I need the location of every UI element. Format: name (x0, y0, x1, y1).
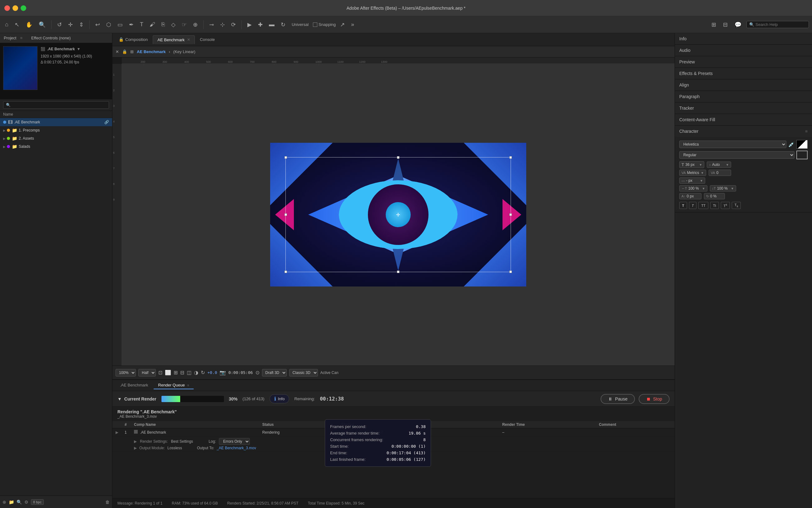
tab-console[interactable]: Console (195, 35, 219, 44)
text-tool[interactable]: T (138, 20, 145, 29)
add-marker[interactable]: ✚ (256, 20, 265, 29)
tree-item-benchmark[interactable]: 🎞 .AE Benchmark 🔗 (0, 118, 112, 126)
settings-icon[interactable]: ⚙ (25, 500, 29, 505)
scale-tool[interactable]: ⇕ (77, 20, 86, 29)
section-align-header[interactable]: Align (675, 79, 812, 91)
section-character-header[interactable]: Character ≡ (675, 126, 812, 137)
section-preview-header[interactable]: Preview (675, 56, 812, 68)
pause-button[interactable]: ⏸ Pause (600, 394, 635, 404)
bold-btn[interactable]: T (679, 202, 687, 209)
zoom-select[interactable]: 100% (116, 369, 136, 377)
brush-tool[interactable]: 🖌 (148, 20, 157, 29)
close-button[interactable] (4, 5, 10, 11)
maximize-button[interactable] (20, 5, 26, 11)
tracking-input[interactable]: VA 0 (709, 170, 731, 176)
snapshot-btn[interactable]: 📷 (220, 370, 226, 376)
comp-nav-grid[interactable]: ⊞ (130, 49, 134, 54)
section-content-aware-header[interactable]: Content-Aware Fill (675, 114, 812, 125)
scale-v-input[interactable]: ↕T 100 % ▼ (710, 185, 736, 192)
close-tab-icon[interactable]: ✕ (187, 38, 190, 42)
folder-icon[interactable]: 📁 (9, 500, 14, 505)
tab-ae-benchmark[interactable]: AE Benchmark ✕ (153, 35, 195, 44)
all-caps-btn[interactable]: TT (698, 202, 708, 209)
tree-item-assets[interactable]: ▶ 📁 2. Assets (0, 134, 112, 142)
magnifier-tool[interactable]: 🔍 (37, 20, 47, 29)
arrow-tool[interactable]: ↖ (13, 20, 21, 29)
pen-tool[interactable]: ✒ (127, 20, 136, 29)
puppet-tool[interactable]: ☞ (180, 20, 189, 29)
hand-tool[interactable]: ✋ (24, 20, 34, 29)
info-popup-btn[interactable]: ℹ Info (270, 394, 289, 403)
rect-tool[interactable]: ▭ (116, 20, 125, 29)
search-bottom-icon[interactable]: 🔍 (16, 500, 22, 505)
kerning-input[interactable]: VA Metrics ▼ (679, 170, 706, 176)
rotate-tool[interactable]: ↺ (55, 20, 64, 29)
leading-input[interactable]: ↕ Auto ▼ (707, 162, 731, 168)
rs-expand[interactable]: ▶ (134, 439, 137, 443)
italic-btn[interactable]: T (689, 202, 697, 209)
minimize-button[interactable] (12, 5, 18, 11)
collapse-icon[interactable]: ▼ (118, 396, 122, 401)
create-new-icon[interactable]: ⊕ (2, 500, 6, 505)
tab-ae-benchmark-tl[interactable]: .AE Benchmark (116, 381, 152, 389)
extensions-btn[interactable]: ⊟ (721, 20, 729, 29)
align-center[interactable]: ⊸ (208, 20, 216, 29)
eraser-tool[interactable]: ◇ (169, 20, 177, 29)
comp-dropdown-icon[interactable]: ▼ (77, 46, 81, 52)
viewer-grid-btn[interactable]: ⊟ (180, 370, 184, 376)
section-tracker-header[interactable]: Tracker (675, 102, 812, 114)
om-expand[interactable]: ▶ (134, 446, 137, 450)
superscript-btn[interactable]: Ts (721, 202, 730, 209)
baseline-input[interactable]: A↑ 0 px (679, 193, 702, 199)
section-paragraph-header[interactable]: Paragraph (675, 91, 812, 102)
distribute[interactable]: ⊹ (218, 20, 227, 29)
loop-button[interactable]: ↻ (279, 20, 287, 29)
errors-only-select[interactable]: Errors Only (219, 438, 250, 445)
tab-composition[interactable]: 🔒 Composition (114, 35, 152, 44)
font-style-select[interactable]: Regular (679, 151, 795, 159)
workspace-btn[interactable]: ⊞ (710, 20, 718, 29)
section-effects-header[interactable]: Effects & Presets (675, 68, 812, 79)
3d-rotate[interactable]: ⟳ (229, 20, 238, 29)
subscript-btn[interactable]: Ts (732, 202, 741, 209)
comments-btn[interactable]: 💬 (733, 20, 743, 29)
render-mode-btn[interactable]: ⊙ (256, 370, 260, 376)
viewer-safe-zones[interactable]: ⊞ (174, 370, 178, 376)
line-spacing-input[interactable]: — - px ▼ (679, 177, 705, 184)
move-tool[interactable]: ✛ (66, 20, 75, 29)
pin-tool[interactable]: ⊕ (191, 20, 199, 29)
viewer-color-btn[interactable]: ◑ (194, 370, 198, 376)
stop-button[interactable]: ⏹ Stop (639, 394, 670, 404)
undo-tool[interactable]: ↩ (93, 20, 102, 29)
snapping-control[interactable]: Snapping (313, 22, 336, 27)
font-size-input[interactable]: T 36 px ▼ (679, 161, 704, 168)
delete-icon[interactable]: 🗑 (105, 500, 109, 505)
viewer-fullscreen-btn[interactable]: ⬜ (165, 370, 171, 376)
more-tools[interactable]: » (349, 20, 356, 29)
project-search-input[interactable] (3, 101, 109, 109)
solo-button[interactable]: ▬ (267, 20, 276, 29)
comp-nav-close[interactable]: ✕ (116, 49, 119, 54)
tab-render-queue[interactable]: Render Queue ≡ (154, 381, 193, 389)
draft-select[interactable]: Draft 3D (262, 369, 287, 377)
viewer-fit-btn[interactable]: ⊡ (159, 370, 163, 376)
timecode-display[interactable]: 0:00:05:06 (228, 370, 253, 375)
quality-select[interactable]: Half (138, 369, 156, 377)
home-button[interactable]: ⌂ (3, 20, 10, 29)
comp-nav-lock[interactable]: 🔒 (122, 49, 127, 54)
tree-item-salads[interactable]: ▶ 📁 Salads (0, 142, 112, 151)
play-button[interactable]: ▶ (245, 20, 254, 29)
transform-btn[interactable]: ↗ (338, 20, 347, 29)
search-help-field[interactable]: 🔍 (747, 21, 809, 28)
row-expand[interactable]: ▶ (112, 428, 122, 436)
viewer-refresh-btn[interactable]: ↻ (201, 370, 205, 376)
renderer-select[interactable]: Classic 3D (289, 369, 318, 377)
scale-h-input[interactable]: ↔T 100 % ▼ (679, 185, 707, 192)
eyedropper-btn[interactable]: 💉 (788, 141, 795, 147)
clone-tool[interactable]: ⎘ (160, 20, 167, 29)
search-help-input[interactable] (756, 22, 806, 27)
stroke-swatch[interactable] (797, 151, 808, 159)
mask-tool[interactable]: ⬡ (104, 20, 113, 29)
section-info-header[interactable]: Info (675, 33, 812, 44)
color-swatch[interactable] (797, 140, 808, 149)
